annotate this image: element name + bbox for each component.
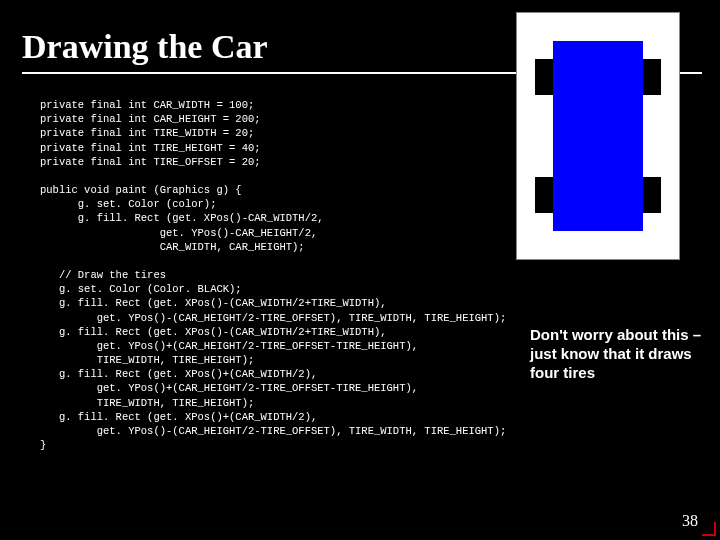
code-line: public void paint (Graphics g) {	[40, 184, 242, 196]
code-block: private final int CAR_WIDTH = 100; priva…	[40, 98, 680, 452]
tire-top-left	[535, 59, 553, 95]
code-line: g. fill. Rect (get. XPos()-(CAR_WIDTH/2+…	[40, 326, 387, 338]
code-line: get. YPos()+(CAR_HEIGHT/2-TIRE_OFFSET-TI…	[40, 340, 418, 352]
code-line: get. YPos()-(CAR_HEIGHT/2-TIRE_OFFSET), …	[40, 425, 506, 437]
code-line: // Draw the tires	[40, 269, 166, 281]
code-line: TIRE_WIDTH, TIRE_HEIGHT);	[40, 397, 254, 409]
code-line: g. fill. Rect (get. XPos()+(CAR_WIDTH/2)…	[40, 368, 317, 380]
code-line: g. set. Color (color);	[40, 198, 216, 210]
code-line: g. fill. Rect (get. XPos()+(CAR_WIDTH/2)…	[40, 411, 317, 423]
code-line: private final int TIRE_OFFSET = 20;	[40, 156, 261, 168]
callout-note: Don't worry about this – just know that …	[530, 326, 710, 382]
code-line: TIRE_WIDTH, TIRE_HEIGHT);	[40, 354, 254, 366]
code-line: get. YPos()+(CAR_HEIGHT/2-TIRE_OFFSET-TI…	[40, 382, 418, 394]
code-line: private final int TIRE_WIDTH = 20;	[40, 127, 254, 139]
page-number: 38	[682, 512, 698, 530]
code-line: CAR_WIDTH, CAR_HEIGHT);	[40, 241, 305, 253]
code-line: private final int CAR_HEIGHT = 200;	[40, 113, 261, 125]
code-line: get. YPos()-(CAR_HEIGHT/2-TIRE_OFFSET), …	[40, 312, 506, 324]
code-line: }	[40, 439, 46, 451]
tire-top-right	[643, 59, 661, 95]
corner-decoration-icon	[702, 522, 716, 536]
code-line: private final int TIRE_HEIGHT = 40;	[40, 142, 261, 154]
slide: Drawing the Car private final int CAR_WI…	[0, 0, 720, 540]
code-line: g. set. Color (Color. BLACK);	[40, 283, 242, 295]
code-line: g. fill. Rect (get. XPos()-CAR_WIDTH/2,	[40, 212, 324, 224]
code-line: g. fill. Rect (get. XPos()-(CAR_WIDTH/2+…	[40, 297, 387, 309]
code-line: get. YPos()-CAR_HEIGHT/2,	[40, 227, 317, 239]
code-line: private final int CAR_WIDTH = 100;	[40, 99, 254, 111]
